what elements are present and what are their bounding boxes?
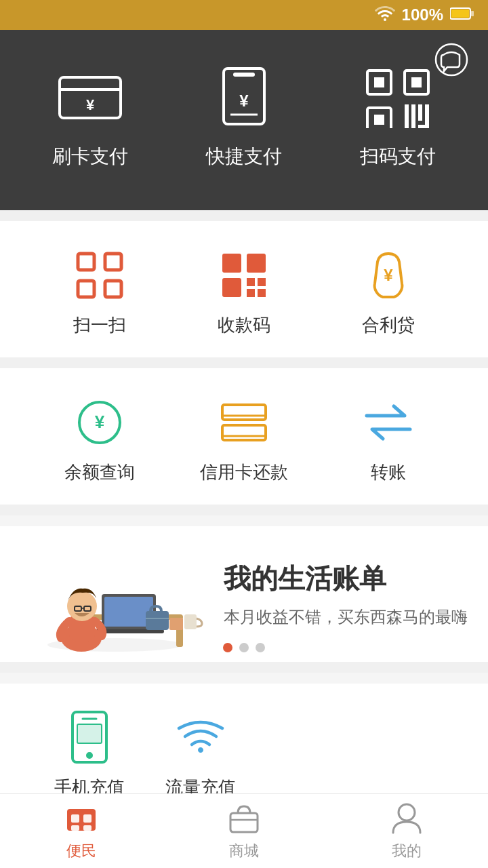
svg-rect-47 — [169, 618, 183, 630]
nav-shop-label: 商城 — [229, 841, 259, 861]
collect-action-label: 收款码 — [218, 313, 270, 337]
svg-rect-55 — [146, 611, 169, 630]
loan-action-icon: ¥ — [361, 248, 415, 302]
banner-text-content: 我的生活账单 本月收益不错，买东西森马的最嗨 — [210, 560, 468, 629]
card-payment-label: 刷卡支付 — [52, 144, 128, 170]
collect-action-item[interactable]: 收款码 — [171, 248, 316, 337]
balance-item[interactable]: ¥ 余额查询 — [27, 395, 171, 484]
divider-1 — [0, 210, 488, 221]
svg-rect-67 — [83, 825, 92, 831]
divider-2 — [0, 357, 488, 368]
svg-rect-24 — [78, 281, 94, 297]
data-recharge-icon — [174, 711, 228, 765]
wifi-icon — [375, 6, 395, 24]
scan-action-icon — [73, 248, 127, 302]
quick-actions-section: 扫一扫 收款码 ¥ — [0, 221, 488, 357]
svg-rect-29 — [247, 278, 255, 286]
svg-rect-18 — [411, 104, 415, 128]
status-bar: 100% — [0, 0, 488, 30]
svg-point-59 — [86, 752, 93, 759]
svg-rect-61 — [77, 724, 102, 743]
banner-dots — [223, 643, 265, 652]
scan-payment-item[interactable]: 扫码支付 — [321, 64, 474, 170]
svg-rect-26 — [222, 254, 241, 273]
svg-rect-68 — [230, 813, 258, 832]
divider-3 — [0, 505, 488, 515]
quick-payment-label: 快捷支付 — [206, 144, 282, 170]
svg-rect-2 — [471, 11, 474, 16]
nav-shop-item[interactable]: 商城 — [163, 802, 325, 861]
svg-rect-25 — [105, 281, 121, 297]
svg-text:¥: ¥ — [94, 412, 104, 432]
banner-title: 我的生活账单 — [224, 560, 468, 597]
svg-rect-65 — [83, 814, 92, 823]
mobile-recharge-item[interactable]: 手机充值 — [54, 711, 125, 800]
bottom-nav: 便民 商城 我的 — [0, 793, 488, 868]
svg-rect-17 — [405, 104, 409, 128]
svg-rect-14 — [411, 77, 422, 87]
svg-rect-66 — [71, 825, 79, 831]
credit-item[interactable]: 信用卡还款 — [171, 395, 316, 484]
transfer-icon — [361, 395, 415, 450]
card-payment-icon: ¥ — [56, 64, 124, 132]
credit-icon — [217, 395, 271, 450]
svg-rect-16 — [374, 115, 384, 125]
scan-payment-icon — [364, 64, 432, 132]
svg-rect-22 — [78, 254, 94, 270]
svg-rect-19 — [418, 104, 422, 121]
nav-home-label: 便民 — [66, 841, 96, 861]
nav-home-icon — [64, 802, 99, 837]
nav-shop-icon — [226, 802, 262, 837]
finance-section: ¥ 余额查询 信用卡还款 — [0, 368, 488, 505]
svg-point-70 — [399, 804, 415, 821]
nav-mine-label: 我的 — [392, 841, 422, 861]
svg-rect-12 — [374, 77, 384, 87]
scan-action-item[interactable]: 扫一扫 — [27, 248, 171, 337]
quick-actions-grid: 扫一扫 收款码 ¥ — [0, 241, 488, 344]
banner-subtitle: 本月收益不错，买东西森马的最嗨 — [224, 606, 468, 629]
card-payment-item[interactable]: ¥ 刷卡支付 — [14, 64, 167, 170]
nav-home-item[interactable]: 便民 — [0, 802, 163, 861]
banner-illustration — [20, 533, 210, 655]
data-recharge-item[interactable]: 流量充值 — [165, 711, 236, 800]
svg-rect-23 — [105, 254, 121, 270]
svg-rect-57 — [184, 614, 197, 629]
transfer-label: 转账 — [371, 460, 406, 484]
loan-action-label: 合利贷 — [362, 313, 415, 337]
hero-section: ¥ 刷卡支付 ¥ 快捷支付 — [0, 30, 488, 210]
banner-section[interactable]: 我的生活账单 本月收益不错，买东西森马的最嗨 — [0, 526, 488, 662]
scan-action-label: 扫一扫 — [73, 313, 126, 337]
svg-rect-27 — [247, 254, 266, 273]
dot-1[interactable] — [223, 643, 232, 652]
svg-rect-28 — [222, 278, 241, 297]
svg-rect-32 — [258, 289, 266, 297]
balance-label: 余额查询 — [64, 460, 135, 484]
svg-rect-20 — [425, 104, 429, 128]
collect-action-icon — [217, 248, 271, 302]
battery-percentage: 100% — [402, 5, 443, 24]
nav-mine-item[interactable]: 我的 — [325, 802, 488, 861]
svg-rect-36 — [222, 405, 266, 420]
svg-text:¥: ¥ — [86, 96, 95, 113]
dot-3[interactable] — [256, 643, 265, 652]
loan-action-item[interactable]: ¥ 合利贷 — [317, 248, 461, 337]
svg-rect-21 — [418, 125, 429, 128]
svg-rect-31 — [247, 289, 255, 297]
divider-4 — [0, 662, 488, 673]
quick-payment-item[interactable]: ¥ 快捷支付 — [167, 64, 321, 170]
transfer-item[interactable]: 转账 — [317, 395, 461, 484]
banner-content: 我的生活账单 本月收益不错，买东西森马的最嗨 — [0, 526, 488, 662]
svg-text:¥: ¥ — [384, 266, 394, 284]
payment-grid: ¥ 刷卡支付 ¥ 快捷支付 — [0, 43, 488, 176]
svg-rect-1 — [451, 9, 469, 18]
message-button[interactable] — [432, 41, 470, 79]
balance-icon: ¥ — [73, 395, 127, 450]
svg-rect-64 — [71, 814, 79, 823]
scan-payment-label: 扫码支付 — [360, 144, 436, 170]
mobile-recharge-icon — [62, 711, 117, 765]
finance-actions-grid: ¥ 余额查询 信用卡还款 — [0, 389, 488, 491]
recharge-grid: 手机充值 流量充值 — [0, 704, 488, 806]
battery-icon — [450, 7, 474, 23]
quick-payment-icon: ¥ — [210, 64, 278, 132]
dot-2[interactable] — [239, 643, 249, 652]
